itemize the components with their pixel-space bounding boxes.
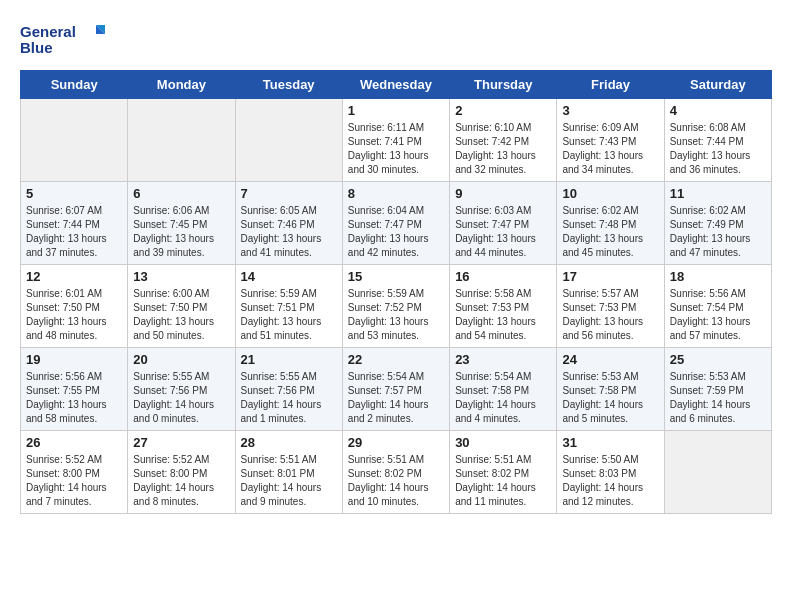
calendar-cell: 2Sunrise: 6:10 AMSunset: 7:42 PMDaylight…: [450, 99, 557, 182]
day-info: Sunrise: 5:52 AMSunset: 8:00 PMDaylight:…: [26, 453, 122, 509]
calendar-week-row: 19Sunrise: 5:56 AMSunset: 7:55 PMDayligh…: [21, 348, 772, 431]
day-info: Sunrise: 5:54 AMSunset: 7:57 PMDaylight:…: [348, 370, 444, 426]
calendar-week-row: 12Sunrise: 6:01 AMSunset: 7:50 PMDayligh…: [21, 265, 772, 348]
day-number: 23: [455, 352, 551, 367]
day-number: 30: [455, 435, 551, 450]
weekday-header-thursday: Thursday: [450, 71, 557, 99]
day-number: 14: [241, 269, 337, 284]
day-info: Sunrise: 5:59 AMSunset: 7:52 PMDaylight:…: [348, 287, 444, 343]
day-info: Sunrise: 6:11 AMSunset: 7:41 PMDaylight:…: [348, 121, 444, 177]
day-info: Sunrise: 5:56 AMSunset: 7:55 PMDaylight:…: [26, 370, 122, 426]
day-info: Sunrise: 5:56 AMSunset: 7:54 PMDaylight:…: [670, 287, 766, 343]
day-number: 31: [562, 435, 658, 450]
calendar-cell: [128, 99, 235, 182]
calendar-cell: 16Sunrise: 5:58 AMSunset: 7:53 PMDayligh…: [450, 265, 557, 348]
weekday-header-friday: Friday: [557, 71, 664, 99]
weekday-header-saturday: Saturday: [664, 71, 771, 99]
day-info: Sunrise: 6:00 AMSunset: 7:50 PMDaylight:…: [133, 287, 229, 343]
day-number: 10: [562, 186, 658, 201]
calendar-cell: 29Sunrise: 5:51 AMSunset: 8:02 PMDayligh…: [342, 431, 449, 514]
calendar-cell: 31Sunrise: 5:50 AMSunset: 8:03 PMDayligh…: [557, 431, 664, 514]
day-info: Sunrise: 6:09 AMSunset: 7:43 PMDaylight:…: [562, 121, 658, 177]
calendar-cell: 28Sunrise: 5:51 AMSunset: 8:01 PMDayligh…: [235, 431, 342, 514]
day-number: 2: [455, 103, 551, 118]
day-info: Sunrise: 5:53 AMSunset: 7:58 PMDaylight:…: [562, 370, 658, 426]
calendar-cell: 17Sunrise: 5:57 AMSunset: 7:53 PMDayligh…: [557, 265, 664, 348]
calendar-cell: 11Sunrise: 6:02 AMSunset: 7:49 PMDayligh…: [664, 182, 771, 265]
day-number: 25: [670, 352, 766, 367]
day-info: Sunrise: 6:01 AMSunset: 7:50 PMDaylight:…: [26, 287, 122, 343]
day-number: 21: [241, 352, 337, 367]
day-number: 12: [26, 269, 122, 284]
calendar-cell: 15Sunrise: 5:59 AMSunset: 7:52 PMDayligh…: [342, 265, 449, 348]
calendar-cell: 18Sunrise: 5:56 AMSunset: 7:54 PMDayligh…: [664, 265, 771, 348]
day-number: 7: [241, 186, 337, 201]
calendar-cell: 27Sunrise: 5:52 AMSunset: 8:00 PMDayligh…: [128, 431, 235, 514]
day-info: Sunrise: 5:53 AMSunset: 7:59 PMDaylight:…: [670, 370, 766, 426]
day-number: 29: [348, 435, 444, 450]
day-info: Sunrise: 6:05 AMSunset: 7:46 PMDaylight:…: [241, 204, 337, 260]
weekday-header-tuesday: Tuesday: [235, 71, 342, 99]
day-info: Sunrise: 5:55 AMSunset: 7:56 PMDaylight:…: [133, 370, 229, 426]
calendar-cell: 20Sunrise: 5:55 AMSunset: 7:56 PMDayligh…: [128, 348, 235, 431]
day-number: 18: [670, 269, 766, 284]
weekday-header-wednesday: Wednesday: [342, 71, 449, 99]
day-info: Sunrise: 5:59 AMSunset: 7:51 PMDaylight:…: [241, 287, 337, 343]
day-info: Sunrise: 6:04 AMSunset: 7:47 PMDaylight:…: [348, 204, 444, 260]
day-number: 8: [348, 186, 444, 201]
calendar-cell: 6Sunrise: 6:06 AMSunset: 7:45 PMDaylight…: [128, 182, 235, 265]
day-info: Sunrise: 5:51 AMSunset: 8:02 PMDaylight:…: [455, 453, 551, 509]
day-number: 28: [241, 435, 337, 450]
day-info: Sunrise: 6:08 AMSunset: 7:44 PMDaylight:…: [670, 121, 766, 177]
day-number: 4: [670, 103, 766, 118]
calendar-cell: 26Sunrise: 5:52 AMSunset: 8:00 PMDayligh…: [21, 431, 128, 514]
page-header: General Blue: [20, 20, 772, 60]
calendar-cell: 7Sunrise: 6:05 AMSunset: 7:46 PMDaylight…: [235, 182, 342, 265]
weekday-header-monday: Monday: [128, 71, 235, 99]
day-number: 9: [455, 186, 551, 201]
day-info: Sunrise: 6:03 AMSunset: 7:47 PMDaylight:…: [455, 204, 551, 260]
day-info: Sunrise: 5:51 AMSunset: 8:01 PMDaylight:…: [241, 453, 337, 509]
calendar-cell: 10Sunrise: 6:02 AMSunset: 7:48 PMDayligh…: [557, 182, 664, 265]
day-info: Sunrise: 6:10 AMSunset: 7:42 PMDaylight:…: [455, 121, 551, 177]
calendar-cell: 12Sunrise: 6:01 AMSunset: 7:50 PMDayligh…: [21, 265, 128, 348]
calendar-cell: 22Sunrise: 5:54 AMSunset: 7:57 PMDayligh…: [342, 348, 449, 431]
calendar-cell: [21, 99, 128, 182]
day-number: 26: [26, 435, 122, 450]
day-info: Sunrise: 5:51 AMSunset: 8:02 PMDaylight:…: [348, 453, 444, 509]
day-number: 20: [133, 352, 229, 367]
day-info: Sunrise: 5:52 AMSunset: 8:00 PMDaylight:…: [133, 453, 229, 509]
weekday-header-sunday: Sunday: [21, 71, 128, 99]
calendar-week-row: 26Sunrise: 5:52 AMSunset: 8:00 PMDayligh…: [21, 431, 772, 514]
day-number: 5: [26, 186, 122, 201]
day-number: 13: [133, 269, 229, 284]
day-info: Sunrise: 5:57 AMSunset: 7:53 PMDaylight:…: [562, 287, 658, 343]
calendar-cell: 25Sunrise: 5:53 AMSunset: 7:59 PMDayligh…: [664, 348, 771, 431]
calendar-cell: 30Sunrise: 5:51 AMSunset: 8:02 PMDayligh…: [450, 431, 557, 514]
day-number: 11: [670, 186, 766, 201]
calendar-cell: 9Sunrise: 6:03 AMSunset: 7:47 PMDaylight…: [450, 182, 557, 265]
calendar-cell: 19Sunrise: 5:56 AMSunset: 7:55 PMDayligh…: [21, 348, 128, 431]
calendar-cell: 3Sunrise: 6:09 AMSunset: 7:43 PMDaylight…: [557, 99, 664, 182]
calendar-cell: 8Sunrise: 6:04 AMSunset: 7:47 PMDaylight…: [342, 182, 449, 265]
calendar-cell: [235, 99, 342, 182]
day-info: Sunrise: 6:06 AMSunset: 7:45 PMDaylight:…: [133, 204, 229, 260]
calendar-cell: 5Sunrise: 6:07 AMSunset: 7:44 PMDaylight…: [21, 182, 128, 265]
calendar-cell: 14Sunrise: 5:59 AMSunset: 7:51 PMDayligh…: [235, 265, 342, 348]
calendar-cell: 23Sunrise: 5:54 AMSunset: 7:58 PMDayligh…: [450, 348, 557, 431]
day-number: 6: [133, 186, 229, 201]
day-number: 16: [455, 269, 551, 284]
svg-text:Blue: Blue: [20, 39, 53, 56]
day-info: Sunrise: 5:58 AMSunset: 7:53 PMDaylight:…: [455, 287, 551, 343]
weekday-header-row: SundayMondayTuesdayWednesdayThursdayFrid…: [21, 71, 772, 99]
day-number: 17: [562, 269, 658, 284]
calendar-week-row: 5Sunrise: 6:07 AMSunset: 7:44 PMDaylight…: [21, 182, 772, 265]
calendar-cell: [664, 431, 771, 514]
day-info: Sunrise: 6:07 AMSunset: 7:44 PMDaylight:…: [26, 204, 122, 260]
calendar-cell: 24Sunrise: 5:53 AMSunset: 7:58 PMDayligh…: [557, 348, 664, 431]
day-number: 24: [562, 352, 658, 367]
day-number: 15: [348, 269, 444, 284]
day-info: Sunrise: 5:55 AMSunset: 7:56 PMDaylight:…: [241, 370, 337, 426]
day-number: 1: [348, 103, 444, 118]
calendar-cell: 21Sunrise: 5:55 AMSunset: 7:56 PMDayligh…: [235, 348, 342, 431]
